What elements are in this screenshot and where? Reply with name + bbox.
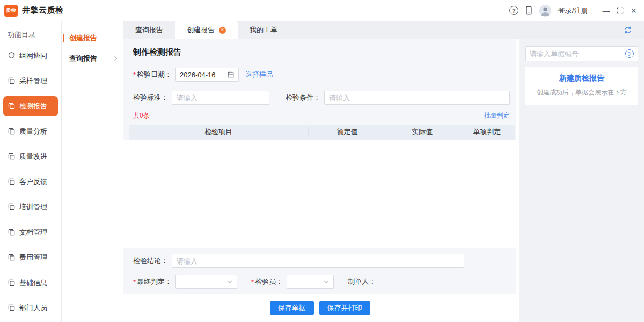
secondary-sidebar: 创建报告 查询报告 [62, 21, 123, 322]
sidebar-item-label: 质量分析 [19, 127, 47, 136]
standard-label: 检验标准： [133, 93, 168, 103]
column-header-item: 检验项目 [129, 127, 308, 137]
order-number-search [525, 46, 638, 61]
app-window: 质检 井擎云质检 ? 登录/注册 — × [0, 0, 644, 322]
header-actions: ? 登录/注册 — × [509, 5, 636, 17]
final-judge-select[interactable] [175, 275, 237, 289]
tab-close-icon[interactable]: × [219, 27, 226, 34]
sidebar-item-sampling[interactable]: 采样管理 [0, 68, 61, 93]
submenu-item-create-report[interactable]: 创建报告 [62, 28, 123, 48]
column-header-actual: 实际值 [386, 127, 458, 137]
sidebar-item-label: 文档管理 [19, 228, 47, 237]
login-register-link[interactable]: 登录/注册 [558, 6, 588, 16]
chevron-down-icon [227, 280, 232, 284]
sidebar-section-label: 功能目录 [0, 25, 61, 43]
date-label: 检验日期： [137, 70, 172, 79]
logo-text: 质检 [6, 8, 16, 13]
copy-icon [8, 178, 16, 186]
copy-icon [8, 152, 16, 160]
sidebar-item-inspection-report[interactable]: 检测报告 [3, 96, 58, 116]
refresh-icon[interactable] [624, 21, 632, 39]
maker-label: 制单人： [348, 277, 376, 287]
condition-label: 检验条件： [286, 93, 320, 103]
sidebar-item-label: 培训管理 [19, 202, 47, 212]
tab-create-report[interactable]: 创建报告 × [175, 21, 238, 39]
required-mark: * [133, 71, 136, 79]
sidebar-item-quality-analysis[interactable]: 质量分析 [0, 119, 61, 144]
save-button[interactable]: 保存单据 [270, 301, 314, 315]
copy-icon [8, 304, 16, 312]
select-sample-link[interactable]: 选择样品 [245, 70, 273, 79]
submenu-item-query-report[interactable]: 查询报告 [62, 48, 123, 69]
submenu-item-label: 创建报告 [69, 33, 97, 43]
sidebar-item-network-collab[interactable]: 组网协同 [0, 43, 61, 68]
condition-input[interactable] [324, 91, 510, 105]
report-form-panel: 制作检测报告 * 检验日期： 2026-04-16 选择样品 检验标准： [123, 39, 516, 322]
user-avatar[interactable] [539, 5, 551, 17]
tab-label: 我的工单 [250, 25, 277, 35]
tab-label: 创建报告 [187, 25, 215, 35]
sidebar-item-base-info[interactable]: 基础信息 [0, 270, 61, 295]
copy-icon [8, 203, 16, 211]
new-report-hint: 创建成功后，单据会展示在下方 [529, 88, 635, 97]
save-print-button[interactable]: 保存并打印 [319, 301, 370, 315]
sidebar-item-label: 部门人员 [19, 303, 47, 313]
divider [595, 7, 595, 14]
sidebar-item-expenses[interactable]: 费用管理 [0, 245, 61, 270]
mobile-phone-icon[interactable] [525, 5, 532, 16]
copy-icon [8, 253, 16, 261]
primary-sidebar: 功能目录 组网协同 采样管理 检测报告 质量分析 质量改进 [0, 21, 62, 322]
new-report-card: 新建质检报告 创建成功后，单据会展示在下方 [525, 67, 638, 105]
help-icon[interactable]: ? [509, 6, 518, 15]
record-count: 共0条 [133, 111, 150, 120]
date-value: 2026-04-16 [180, 71, 216, 79]
table-body-empty [123, 140, 516, 248]
copy-icon [8, 279, 16, 287]
minimize-button[interactable]: — [602, 7, 610, 14]
conclusion-input[interactable] [172, 254, 464, 268]
required-mark: * [251, 278, 254, 286]
sidebar-item-label: 检测报告 [19, 101, 47, 111]
sidebar-item-label: 基础信息 [19, 278, 47, 288]
new-report-link[interactable]: 新建质检报告 [529, 74, 635, 83]
conclusion-label: 检验结论： [133, 256, 168, 266]
sidebar-item-customer-feedback[interactable]: 客户反馈 [0, 169, 61, 194]
tab-query-report[interactable]: 查询报告 [123, 21, 175, 39]
chevron-down-icon [324, 280, 329, 284]
sidebar-item-department-staff[interactable]: 部门人员 [0, 295, 61, 320]
inspection-date-input[interactable]: 2026-04-16 [175, 68, 239, 82]
tab-bar: 查询报告 创建报告 × 我的工单 [123, 21, 644, 39]
person-icon [539, 5, 551, 17]
copy-icon [8, 228, 16, 236]
batch-judge-link[interactable]: 批量判定 [484, 111, 510, 120]
copy-icon [8, 77, 16, 85]
order-lookup-panel: 新建质检报告 创建成功后，单据会展示在下方 [516, 39, 644, 322]
sidebar-item-label: 客户反馈 [19, 177, 47, 187]
submenu-item-label: 查询报告 [69, 54, 97, 63]
close-window-button[interactable]: × [631, 6, 636, 16]
calendar-icon [227, 71, 235, 78]
tab-label: 查询报告 [135, 25, 163, 35]
app-title: 井擎云质检 [22, 5, 64, 16]
inspector-select[interactable] [287, 275, 334, 289]
sync-icon [8, 52, 16, 60]
top-header: 质检 井擎云质检 ? 登录/注册 — × [0, 0, 644, 21]
column-header-rated: 额定值 [308, 127, 386, 137]
sidebar-item-label: 质量改进 [19, 152, 47, 162]
required-mark: * [133, 278, 136, 286]
sidebar-item-training[interactable]: 培训管理 [0, 194, 61, 219]
arrow-circle-icon[interactable] [625, 49, 634, 58]
sidebar-item-label: 费用管理 [19, 253, 47, 262]
tab-my-orders[interactable]: 我的工单 [238, 21, 289, 39]
sidebar-item-quality-improve[interactable]: 质量改进 [0, 144, 61, 169]
sidebar-item-label: 采样管理 [19, 76, 47, 86]
sidebar-item-documents[interactable]: 文档管理 [0, 219, 61, 245]
order-number-input[interactable] [530, 50, 625, 58]
maximize-icon [617, 7, 624, 14]
column-header-judge: 单项判定 [458, 127, 515, 137]
maximize-button[interactable] [617, 7, 624, 14]
chevron-right-icon [114, 56, 118, 62]
app-logo: 质检 [4, 5, 18, 17]
standard-input[interactable] [172, 91, 269, 105]
copy-icon [8, 127, 16, 135]
